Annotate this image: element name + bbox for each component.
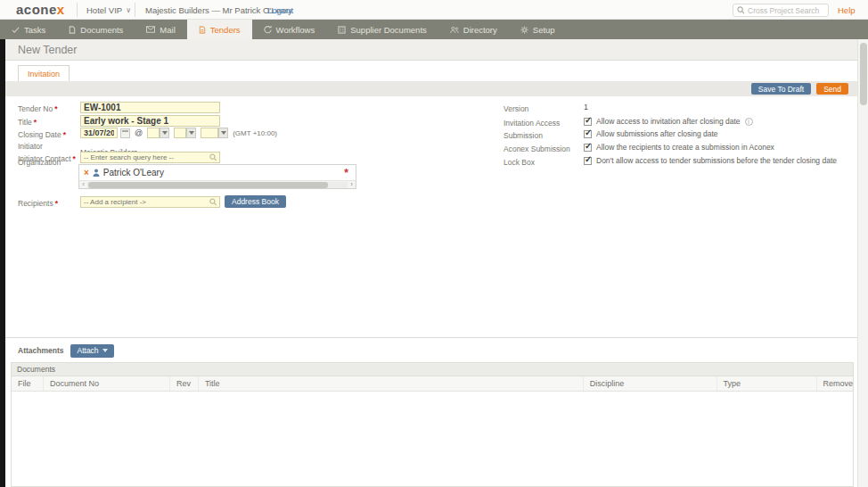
left-edge-strip bbox=[0, 39, 5, 487]
initiator-contact-search-input[interactable] bbox=[84, 153, 209, 161]
remove-contact-icon[interactable]: × bbox=[84, 169, 89, 177]
horizontal-scrollbar[interactable]: ‹ › bbox=[79, 180, 356, 188]
attachments-header: Attachments Attach bbox=[18, 343, 114, 358]
submission-checkbox[interactable] bbox=[584, 130, 592, 138]
attachments-label: Attachments bbox=[18, 346, 63, 355]
column-file: File bbox=[12, 376, 44, 391]
logout-link[interactable]: Logout bbox=[267, 0, 293, 20]
send-button[interactable]: Send bbox=[816, 83, 848, 95]
project-name: Hotel VIP bbox=[86, 5, 122, 15]
required-marker: * bbox=[73, 154, 76, 163]
documents-panel: Documents File Document No Rev Title Dis… bbox=[11, 362, 854, 487]
logo-x: x bbox=[57, 2, 65, 17]
scroll-left-arrow[interactable]: ‹ bbox=[79, 181, 87, 188]
column-type: Type bbox=[717, 376, 817, 391]
page-title: New Tender bbox=[18, 44, 77, 56]
column-document-no: Document No bbox=[44, 376, 170, 391]
workflow-icon bbox=[264, 26, 272, 34]
version-value: 1 bbox=[584, 103, 588, 111]
aconex-new-tender-screen: aconex Hotel VIP ∨ Majestic Builders — M… bbox=[0, 0, 868, 487]
chevron-down-icon: ∨ bbox=[126, 6, 131, 14]
search-icon bbox=[209, 198, 217, 206]
column-title: Title bbox=[199, 376, 584, 391]
required-contact-marker: * bbox=[344, 169, 348, 177]
search-icon bbox=[209, 153, 217, 161]
initiator-contact-row: Initiator Contact* bbox=[18, 149, 490, 165]
aconex-submission-checkbox[interactable] bbox=[584, 144, 592, 152]
project-selector[interactable]: Hotel VIP ∨ bbox=[86, 0, 131, 20]
chevron-down-icon bbox=[189, 131, 194, 135]
nav-directory[interactable]: Directory bbox=[438, 20, 509, 39]
aconex-logo: aconex bbox=[16, 2, 65, 17]
column-discipline: Discipline bbox=[584, 376, 717, 391]
section-divider bbox=[5, 337, 857, 338]
column-remove: Remove bbox=[817, 376, 854, 391]
column-rev: Rev bbox=[170, 376, 199, 391]
required-marker: * bbox=[55, 199, 58, 208]
lock-box-text: Don't allow access to tender submissions… bbox=[596, 156, 837, 165]
scrollbar-track[interactable] bbox=[87, 182, 348, 188]
directory-icon bbox=[450, 26, 459, 34]
tender-icon bbox=[199, 26, 206, 34]
selected-contacts-box: × Patrick O'Leary * ‹ › bbox=[78, 164, 356, 189]
initiator-contact-search-wrap bbox=[80, 152, 220, 163]
invitation-access-text: Allow access to invitation after closing… bbox=[596, 117, 741, 126]
recipients-row: Recipients* Address Book bbox=[18, 194, 490, 210]
header-divider bbox=[135, 3, 135, 17]
recipients-search-input[interactable] bbox=[84, 198, 209, 206]
header-divider bbox=[77, 3, 78, 17]
nav-tenders[interactable]: Tenders bbox=[187, 20, 252, 39]
main-nav: Tasks Documents Mail Tenders Workflows S… bbox=[0, 20, 868, 39]
mail-icon bbox=[146, 26, 155, 33]
chevron-down-icon bbox=[221, 131, 226, 135]
lock-box-checkbox[interactable] bbox=[584, 157, 592, 165]
address-book-button[interactable]: Address Book bbox=[225, 195, 286, 208]
attach-button[interactable]: Attach bbox=[70, 344, 113, 358]
tab-invitation[interactable]: Invitation bbox=[18, 65, 70, 81]
nav-mail[interactable]: Mail bbox=[135, 20, 186, 39]
save-to-draft-button[interactable]: Save To Draft bbox=[751, 83, 811, 95]
page-title-bar: New Tender bbox=[0, 39, 868, 61]
supplier-documents-icon bbox=[338, 26, 346, 34]
initiator-contact-label: Initiator Contact bbox=[18, 154, 71, 163]
nav-workflows[interactable]: Workflows bbox=[252, 20, 327, 39]
nav-setup[interactable]: Setup bbox=[509, 20, 567, 39]
recipients-search-wrap bbox=[80, 196, 220, 208]
gear-icon bbox=[520, 26, 528, 34]
nav-documents[interactable]: Documents bbox=[57, 20, 135, 39]
documents-table-header: File Document No Rev Title Discipline Ty… bbox=[12, 376, 853, 392]
search-input[interactable] bbox=[748, 6, 824, 15]
aconex-submission-text: Allow the recipients to create a submiss… bbox=[596, 143, 774, 152]
search-icon bbox=[737, 6, 745, 14]
nav-supplier-documents[interactable]: Supplier Documents bbox=[326, 20, 438, 39]
documents-panel-title: Documents bbox=[12, 363, 853, 376]
scroll-right-arrow[interactable]: › bbox=[348, 181, 356, 188]
version-label: Version bbox=[504, 104, 528, 113]
contact-list-item: × Patrick O'Leary * bbox=[79, 165, 356, 180]
lock-box-label: Lock Box bbox=[504, 158, 535, 167]
invitation-access-checkbox[interactable] bbox=[584, 118, 592, 126]
chevron-down-icon bbox=[162, 131, 168, 135]
person-icon bbox=[93, 169, 100, 177]
nav-tasks[interactable]: Tasks bbox=[0, 20, 57, 39]
logo-text: acone bbox=[16, 2, 57, 17]
cross-project-search[interactable] bbox=[733, 4, 829, 17]
scrollbar-thumb[interactable] bbox=[88, 182, 328, 188]
contact-name: Patrick O'Leary bbox=[103, 168, 340, 177]
info-icon[interactable]: i bbox=[745, 118, 753, 126]
lock-box-row: Lock Box Don't allow access to tender su… bbox=[504, 153, 860, 169]
help-link[interactable]: Help bbox=[838, 0, 856, 20]
tender-no-field-wrap bbox=[80, 102, 220, 113]
document-icon bbox=[69, 26, 76, 34]
chevron-down-icon bbox=[102, 349, 108, 352]
top-header: aconex Hotel VIP ∨ Majestic Builders — M… bbox=[0, 0, 868, 20]
tender-no-input[interactable] bbox=[84, 103, 217, 112]
check-icon bbox=[12, 26, 20, 34]
vertical-scrollbar[interactable] bbox=[857, 39, 868, 487]
title-input[interactable] bbox=[84, 116, 217, 126]
submission-text: Allow submissions after closing date bbox=[596, 129, 718, 138]
action-toolbar: Save To Draft Send bbox=[5, 81, 857, 96]
recipients-label: Recipients bbox=[18, 199, 53, 208]
vertical-scrollbar-thumb[interactable] bbox=[860, 43, 867, 105]
